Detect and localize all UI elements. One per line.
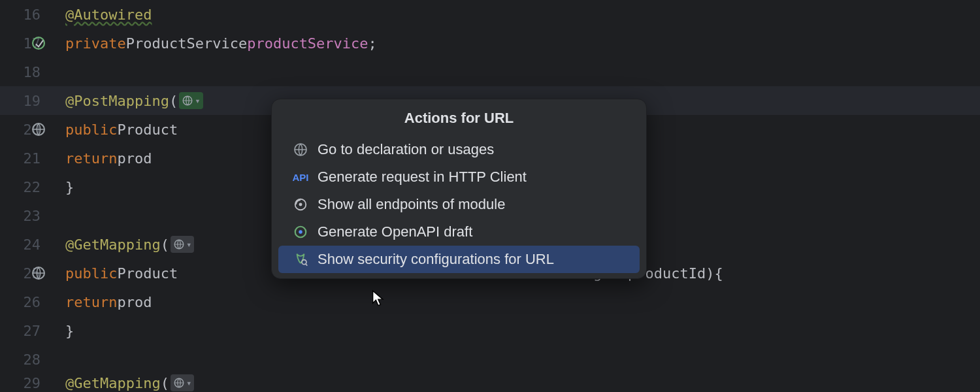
url-inlay-hint[interactable]: ▾ [171, 374, 194, 391]
action-generate-http[interactable]: API Generate request in HTTP Client [278, 163, 640, 191]
line-number: 29 [0, 375, 59, 391]
web-endpoint-gutter-icon[interactable] [31, 266, 46, 280]
openapi-icon [293, 224, 308, 240]
line-number: 19 [0, 93, 59, 109]
code-line[interactable]: 29 @GetMapping(▾ [0, 374, 980, 392]
line-number: 20 [0, 122, 59, 138]
code-line[interactable]: 16 @Autowired [0, 0, 980, 29]
api-icon: API [293, 169, 308, 185]
actions-popup: Actions for URL Go to declaration or usa… [271, 99, 647, 279]
web-endpoint-gutter-icon[interactable] [31, 122, 46, 137]
action-goto-declaration[interactable]: Go to declaration or usages [278, 136, 640, 163]
globe-icon [293, 142, 308, 157]
url-inlay-hint[interactable]: ▾ [171, 236, 194, 253]
line-number: 28 [0, 351, 59, 368]
line-number: 27 [0, 323, 59, 339]
line-number: 18 [0, 64, 59, 80]
spring-bean-gutter-icon[interactable] [31, 36, 46, 50]
code-line[interactable]: 18 [0, 57, 980, 86]
code-line[interactable]: 17 private ProductService productService… [0, 29, 980, 57]
line-number: 25 [0, 265, 59, 282]
code-line[interactable]: 27 } [0, 316, 980, 345]
action-label: Generate OpenAPI draft [318, 223, 472, 240]
action-show-endpoints[interactable]: Show all endpoints of module [278, 191, 640, 218]
popup-title: Actions for URL [272, 99, 646, 136]
action-label: Show all endpoints of module [318, 196, 505, 213]
svg-point-8 [299, 203, 302, 206]
line-number: 22 [0, 179, 59, 195]
line-number: 17 [0, 35, 59, 52]
spring-security-icon [293, 252, 308, 267]
line-number: 23 [0, 208, 59, 224]
line-number: 26 [0, 294, 59, 310]
action-label: Show security configurations for URL [318, 251, 554, 268]
endpoints-icon [293, 197, 308, 212]
action-show-security[interactable]: Show security configurations for URL [278, 246, 640, 273]
action-label: Go to declaration or usages [318, 141, 494, 158]
code-line[interactable]: 26 return prod [0, 287, 980, 316]
line-number: 16 [0, 7, 59, 23]
annotation: @Autowired [65, 7, 152, 23]
code-line[interactable]: 28 [0, 345, 980, 374]
action-label: Generate request in HTTP Client [318, 169, 527, 186]
url-inlay-hint[interactable]: ▾ [179, 92, 203, 109]
line-number: 21 [0, 150, 59, 167]
line-number: 24 [0, 237, 59, 253]
action-generate-openapi[interactable]: Generate OpenAPI draft [278, 218, 640, 246]
svg-point-10 [299, 230, 302, 234]
